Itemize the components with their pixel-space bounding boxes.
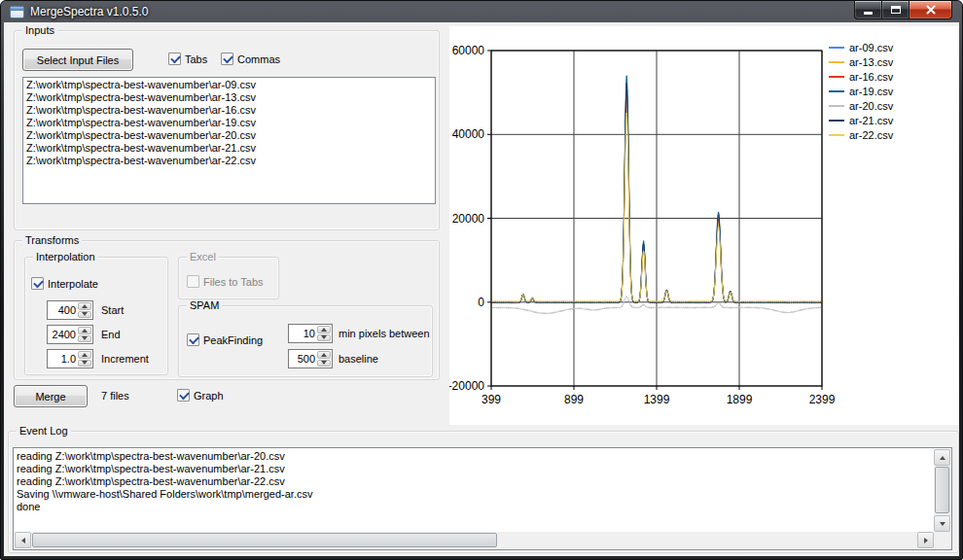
file-list-item[interactable]: Z:\work\tmp\spectra-best-wavenumber\ar-2… [23,155,435,167]
spinner [78,301,92,319]
legend-item: ar-21.csv [829,115,893,126]
graph-checkbox-label: Graph [194,390,224,402]
increment-numeric[interactable]: 1.0 [47,349,93,368]
select-input-files-button[interactable]: Select Input Files [22,49,133,71]
excel-group-title: Excel [187,251,219,263]
interpolation-group: Interpolation Interpolate 400 Start 2400 [24,257,168,375]
spinner [78,350,92,368]
maximize-icon [891,6,901,14]
file-list-item[interactable]: Z:\work\tmp\spectra-best-wavenumber\ar-2… [23,142,435,155]
checkbox-box-icon [187,333,199,346]
excel-group: Excel Files to Tabs [178,257,279,299]
spin-down-button[interactable] [78,311,91,319]
minimize-button[interactable] [854,1,882,19]
title-bar[interactable]: MergeSpectra v1.0.5.0 [4,1,959,22]
spin-up-button[interactable] [78,351,91,359]
legend-line-swatch-icon [829,61,844,63]
spam-group: SPAM PeakFinding 10 min pixels between 5… [178,305,433,377]
files-to-tabs-checkbox-label: Files to Tabs [203,276,264,288]
legend-label: ar-20.csv [849,100,893,112]
commas-checkbox[interactable]: Commas [221,52,280,65]
peakfinding-checkbox-label: PeakFinding [203,334,263,346]
baseline-label: baseline [339,353,378,365]
merge-button[interactable]: Merge [14,385,88,407]
client-area: Inputs Select Input Files Tabs Commas Z:… [4,22,959,556]
file-list-item[interactable]: Z:\work\tmp\spectra-best-wavenumber\ar-1… [23,104,435,117]
legend-line-swatch-icon [829,76,844,78]
app-icon [10,6,24,18]
down-arrow-icon [82,336,88,340]
start-label: Start [101,304,124,316]
svg-text:0: 0 [478,296,484,309]
file-list-item[interactable]: Z:\work\tmp\spectra-best-wavenumber\ar-1… [23,117,435,129]
spin-up-button[interactable] [317,326,331,333]
legend-item: ar-16.csv [829,71,893,83]
files-count-label: 7 files [101,390,129,402]
up-arrow-icon [82,304,88,308]
down-arrow-icon [82,312,88,316]
close-button[interactable] [909,1,952,19]
baseline-numeric[interactable]: 500 [288,349,333,368]
inputs-group: Inputs Select Input Files Tabs Commas Z:… [14,30,440,230]
spin-down-button[interactable] [317,360,331,368]
start-numeric[interactable]: 400 [47,300,93,320]
up-arrow-icon [321,353,327,357]
right-arrow-icon [924,538,928,543]
min-pixels-numeric[interactable]: 10 [288,324,333,343]
transforms-group: Transforms Interpolation Interpolate 400… [14,240,440,380]
spin-down-button[interactable] [78,335,91,343]
input-files-listbox[interactable]: Z:\work\tmp\spectra-best-wavenumber\ar-0… [22,77,436,204]
legend-label: ar-22.csv [849,129,893,141]
log-line: reading Z:\work\tmp\spectra-best-wavenum… [17,450,933,463]
log-line: reading Z:\work\tmp\spectra-best-wavenum… [17,475,933,488]
chart-legend: ar-09.csvar-13.csvar-16.csvar-19.csvar-2… [829,42,893,141]
log-line: reading Z:\work\tmp\spectra-best-wavenum… [17,463,933,475]
checkbox-box-icon [168,52,181,65]
spin-down-button[interactable] [78,360,91,368]
peakfinding-checkbox[interactable]: PeakFinding [187,333,263,346]
horizontal-scroll-thumb[interactable] [32,533,497,547]
file-list-item[interactable]: Z:\work\tmp\spectra-best-wavenumber\ar-1… [23,91,435,104]
spin-up-button[interactable] [78,302,91,310]
vertical-scrollbar[interactable] [934,449,950,532]
event-log-lines: reading Z:\work\tmp\spectra-best-wavenum… [17,450,933,531]
spam-group-title: SPAM [187,299,222,312]
spinner [317,350,332,368]
event-log-textbox[interactable]: reading Z:\work\tmp\spectra-best-wavenum… [13,447,952,550]
scroll-left-button[interactable] [15,532,31,548]
log-line: done [17,501,933,513]
baseline-value: 500 [289,350,317,368]
min-pixels-value: 10 [289,325,317,342]
spin-up-button[interactable] [317,351,331,359]
svg-text:899: 899 [564,393,584,406]
legend-line-swatch-icon [829,120,844,122]
legend-label: ar-09.csv [849,42,893,53]
interpolate-checkbox[interactable]: Interpolate [31,277,98,290]
up-arrow-icon [321,328,327,332]
down-arrow-icon [321,335,327,339]
vertical-scroll-thumb[interactable] [935,467,949,513]
min-pixels-label: min pixels between [339,328,430,339]
legend-item: ar-19.csv [829,86,893,97]
svg-text:20000: 20000 [452,212,485,226]
scroll-down-button[interactable] [934,515,950,532]
legend-item: ar-22.csv [829,129,893,141]
tabs-checkbox-label: Tabs [185,53,207,65]
graph-checkbox[interactable]: Graph [177,389,224,402]
file-list-item[interactable]: Z:\work\tmp\spectra-best-wavenumber\ar-2… [23,129,435,142]
maximize-button[interactable] [882,1,909,19]
horizontal-scrollbar[interactable] [15,532,934,548]
increment-label: Increment [101,353,149,365]
app-window: MergeSpectra v1.0.5.0 Inputs Select Inpu… [0,0,963,560]
close-icon [925,5,937,15]
scroll-right-button[interactable] [917,532,934,548]
scroll-up-button[interactable] [934,449,950,466]
svg-text:2399: 2399 [809,393,836,406]
tabs-checkbox[interactable]: Tabs [168,52,207,65]
spin-up-button[interactable] [78,327,91,334]
file-list-item[interactable]: Z:\work\tmp\spectra-best-wavenumber\ar-0… [23,79,435,91]
window-title: MergeSpectra v1.0.5.0 [30,5,148,18]
end-numeric[interactable]: 2400 [47,325,93,344]
spin-down-button[interactable] [317,334,331,342]
legend-item: ar-20.csv [829,100,893,112]
